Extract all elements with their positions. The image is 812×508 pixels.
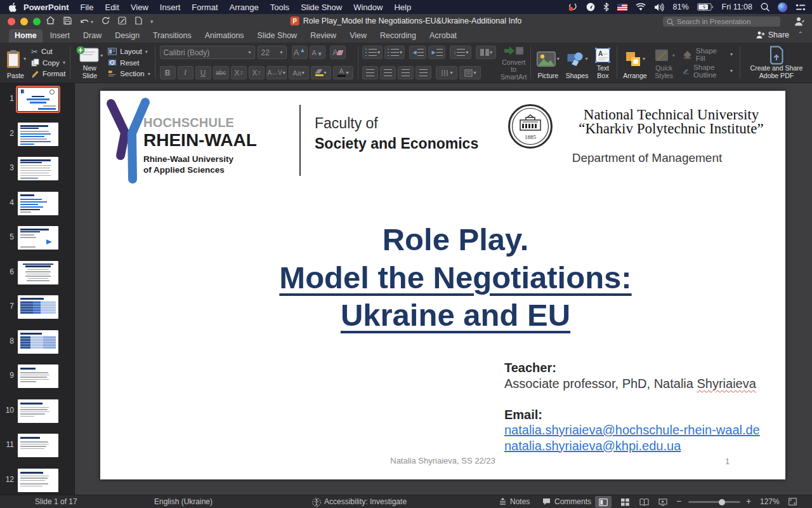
tab-insert[interactable]: Insert <box>44 29 75 43</box>
align-text-button: ▾ <box>459 66 481 79</box>
redo-button[interactable] <box>102 16 110 27</box>
search-in-presentation-input[interactable]: Search in Presentation <box>663 17 780 27</box>
accessibility-status[interactable]: Accessibility: Investigate <box>324 497 407 506</box>
keyboard-flag-icon[interactable] <box>617 4 627 11</box>
slide-thumbnail-7[interactable]: 7 <box>0 295 75 324</box>
tab-animations[interactable]: Animations <box>199 29 250 43</box>
line-spacing-button: ↕▾ <box>450 46 471 59</box>
slide-thumbnail-9[interactable]: 9 <box>0 364 75 393</box>
new-slide-button[interactable]: ▾ New Slide <box>75 44 104 81</box>
tab-view[interactable]: View <box>344 29 372 43</box>
slide-thumbnail-12[interactable]: 12 <box>0 469 75 495</box>
bluetooth-icon[interactable] <box>603 3 609 11</box>
slide-thumbnail-4[interactable]: 4 <box>0 192 75 220</box>
fit-slide-button[interactable] <box>789 498 797 505</box>
section-button[interactable]: Section▾ <box>108 69 150 79</box>
arrange-button[interactable]: ▾ Arrange <box>622 44 648 81</box>
menu-window[interactable]: Window <box>353 3 383 12</box>
menu-clock[interactable]: Fri 11:08 <box>722 3 752 11</box>
paste-button[interactable]: ▾ Paste <box>4 44 27 81</box>
save-icon[interactable] <box>63 16 72 27</box>
close-window-button[interactable] <box>8 18 15 25</box>
quick-styles-button: ▾ Quick Styles <box>652 44 676 81</box>
tab-acrobat[interactable]: Acrobat <box>424 29 462 43</box>
apple-menu-icon[interactable] <box>9 3 16 12</box>
zoom-slider[interactable] <box>688 501 740 503</box>
menu-format[interactable]: Format <box>192 3 218 12</box>
align-text-icon <box>464 69 473 77</box>
layout-button[interactable]: Layout▾ <box>108 46 150 57</box>
maximize-window-button[interactable] <box>33 18 41 25</box>
shapes-button[interactable]: ▾ Shapes <box>565 44 590 81</box>
slide-thumbnail-11[interactable]: 11 <box>0 434 75 462</box>
battery-icon[interactable] <box>697 3 714 11</box>
reset-button[interactable]: Reset <box>108 58 150 68</box>
cut-button[interactable]: ✂Cut <box>31 46 65 57</box>
slideshow-view-button[interactable] <box>655 496 671 508</box>
siri-icon[interactable] <box>778 3 787 12</box>
slide-thumbnail-6[interactable]: 6 <box>0 261 75 290</box>
slide-thumbnail-3[interactable]: 3 <box>0 157 75 185</box>
slide-canvas[interactable]: HOCHSCHULE RHEIN-WAAL Rhine-Waal Univers… <box>100 91 785 479</box>
screen-recording-icon[interactable] <box>568 3 578 11</box>
menu-slide-show[interactable]: Slide Show <box>301 3 342 12</box>
slide-thumbnail-10[interactable]: 10 <box>0 399 75 428</box>
menu-tools[interactable]: Tools <box>270 3 289 12</box>
normal-view-button[interactable] <box>595 496 612 508</box>
tab-design[interactable]: Design <box>109 29 145 43</box>
menu-view[interactable]: View <box>131 3 148 12</box>
control-center-icon[interactable] <box>796 4 806 11</box>
slide-sorter-view-button[interactable] <box>617 496 633 508</box>
superscript-button: X2 <box>231 66 247 79</box>
slide-thumbnail-1[interactable]: 1 <box>0 88 75 116</box>
copy-button[interactable]: Copy▾ <box>31 58 65 68</box>
toolbar-options-icon[interactable]: ▾ <box>150 18 154 25</box>
zoom-out-button[interactable]: − <box>676 496 681 506</box>
menu-insert[interactable]: Insert <box>160 3 181 12</box>
tab-home[interactable]: Home <box>9 29 43 43</box>
tab-transitions[interactable]: Transitions <box>147 29 197 43</box>
zoom-in-button[interactable]: + <box>746 496 751 506</box>
volume-icon[interactable] <box>654 3 665 11</box>
new-document-icon[interactable] <box>135 16 142 27</box>
format-painter-button[interactable]: Format <box>31 69 65 79</box>
font-name-select[interactable]: Calibri (Body)▾ <box>160 46 255 59</box>
language-status[interactable]: English (Ukraine) <box>154 497 213 506</box>
text-box-button[interactable]: A Text Box <box>593 44 612 81</box>
slide-thumbnail-5[interactable]: 5 <box>0 226 75 255</box>
location-icon[interactable] <box>586 3 595 11</box>
picture-button[interactable]: ▾ Picture <box>535 44 561 81</box>
minimize-window-button[interactable] <box>20 18 28 25</box>
slide-title[interactable]: Role Play. Model the Negotiations: Ukrai… <box>202 221 709 335</box>
wifi-icon[interactable] <box>636 3 646 11</box>
font-size-select[interactable]: 22▾ <box>258 46 287 59</box>
home-quick-icon[interactable] <box>46 16 55 27</box>
menu-help[interactable]: Help <box>394 3 411 12</box>
comments-button[interactable]: Comments <box>554 497 591 506</box>
slide-thumbnail-8[interactable]: 8 <box>0 330 75 359</box>
menu-edit[interactable]: Edit <box>105 3 119 12</box>
menu-file[interactable]: File <box>81 3 94 12</box>
style-pane-icon[interactable] <box>118 16 127 27</box>
tab-slide-show[interactable]: Slide Show <box>252 29 303 43</box>
slide-thumbnail-2[interactable]: 2 <box>0 123 75 151</box>
teacher-info[interactable]: Teacher: Associate professor, PhD, Natal… <box>504 360 760 453</box>
zoom-percent[interactable]: 127% <box>760 497 780 506</box>
columns-button: ▾ <box>476 46 496 59</box>
reading-view-button[interactable] <box>636 496 652 508</box>
account-icon[interactable] <box>794 17 804 29</box>
spotlight-search-icon[interactable] <box>761 3 769 11</box>
share-button[interactable]: Share <box>756 30 789 39</box>
undo-button[interactable]: ▾ <box>80 18 93 25</box>
adobe-pdf-icon <box>768 46 785 65</box>
notes-button[interactable]: Notes <box>510 497 530 506</box>
email-link-2[interactable]: natalia.shyriaieva@khpi.edu.ua <box>504 439 681 453</box>
email-link-1[interactable]: natalia.shyriaieva@hochschule-rhein-waal… <box>504 423 760 437</box>
tab-draw[interactable]: Draw <box>77 29 107 43</box>
tab-recording[interactable]: Recording <box>374 29 422 43</box>
collapse-ribbon-icon[interactable]: ⌃ <box>798 30 803 37</box>
create-adobe-pdf-button[interactable]: Create and Share Adobe PDF <box>745 44 808 81</box>
menu-app-name[interactable]: PowerPoint <box>23 3 69 12</box>
tab-review[interactable]: Review <box>304 29 342 43</box>
menu-arrange[interactable]: Arrange <box>230 3 259 12</box>
